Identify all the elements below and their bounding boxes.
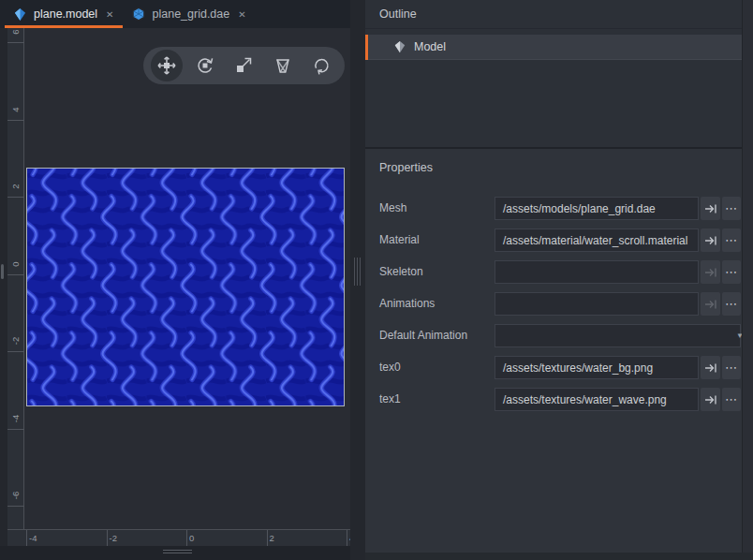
ruler-label: -4 [29, 533, 37, 543]
frustum-tool-button[interactable] [267, 50, 299, 81]
viewport-bottom-strip [0, 546, 350, 560]
ruler-tick [7, 274, 24, 275]
outline-title: Outline [379, 7, 417, 21]
ellipsis-icon: ⋯ [725, 265, 738, 279]
ruler-tick [107, 530, 108, 547]
property-input[interactable] [495, 292, 699, 316]
outline-header-divider [365, 28, 753, 29]
ruler-tick [26, 530, 27, 547]
app-root: plane.model ✕ plane_grid.dae ✕ 6420-2-4-… [0, 0, 753, 560]
property-input[interactable]: /assets/textures/water_bg.png [495, 356, 699, 379]
ellipsis-icon: ⋯ [725, 361, 738, 375]
property-input[interactable]: /assets/material/water_scroll.material [495, 228, 699, 252]
outline-item-label: Model [414, 40, 446, 53]
outline-item-model[interactable]: Model [365, 35, 753, 60]
model-file-icon [13, 7, 27, 22]
default-animation-dropdown[interactable] [495, 324, 741, 347]
ellipsis-icon: ⋯ [725, 392, 738, 406]
ruler-label: -2 [11, 332, 21, 349]
property-input[interactable]: /assets/models/plane_grid.dae [495, 197, 699, 220]
property-row: Default Animation ▼ [365, 324, 753, 347]
property-row: Skeleton ⋯ [365, 260, 753, 284]
ruler-tick [7, 351, 24, 352]
goto-asset-button[interactable] [701, 388, 720, 411]
ruler-label: 2 [11, 178, 21, 195]
scale-tool-button[interactable] [228, 50, 259, 81]
browse-asset-button[interactable]: ⋯ [722, 292, 741, 316]
move-tool-button[interactable] [151, 50, 183, 81]
rotate-icon [195, 55, 215, 76]
gizmo-toolbar [143, 47, 345, 84]
refresh-tool-button[interactable] [305, 50, 337, 81]
browse-asset-button[interactable]: ⋯ [722, 388, 741, 411]
outline-section: Outline Model [365, 0, 753, 147]
ellipsis-icon: ⋯ [725, 201, 738, 215]
property-label: tex0 [379, 356, 401, 379]
panel-bottom-strip [365, 553, 753, 560]
scale-icon [233, 55, 254, 76]
property-input[interactable] [495, 260, 699, 284]
ruler-label: -4 [11, 410, 21, 427]
goto-asset-button[interactable] [701, 260, 720, 284]
ruler-tick [7, 197, 24, 198]
property-row: Material /assets/material/water_scroll.m… [365, 228, 753, 252]
property-label: Mesh [379, 197, 406, 220]
ruler-tick [267, 530, 268, 547]
tab-label: plane.model [34, 7, 97, 21]
viewport-canvas[interactable]: 6420-2-4-6 -4-2024 [0, 28, 350, 560]
ruler-tick [347, 530, 347, 547]
panel-scrollbar-track[interactable] [742, 0, 753, 560]
property-label: Default Animation [379, 324, 467, 347]
property-label: Skeleton [379, 260, 423, 284]
tab-bar: plane.model ✕ plane_grid.dae ✕ [0, 0, 350, 28]
ruler-label: -2 [110, 533, 117, 543]
browse-asset-button[interactable]: ⋯ [722, 260, 741, 284]
rotate-tool-button[interactable] [189, 50, 221, 81]
horizontal-ruler: -4-2024 [7, 529, 350, 546]
panel-splitter[interactable] [350, 0, 365, 560]
tab-plane-grid-dae[interactable]: plane_grid.dae ✕ [123, 0, 255, 28]
browse-asset-button[interactable]: ⋯ [722, 356, 741, 379]
selection-indicator [365, 35, 368, 60]
ruler-label: 4 [11, 101, 21, 118]
property-label: Material [379, 228, 420, 252]
ruler-tick [7, 506, 24, 507]
goto-asset-button[interactable] [701, 356, 720, 379]
tab-plane-model[interactable]: plane.model ✕ [5, 0, 123, 28]
close-tab-icon[interactable]: ✕ [106, 9, 113, 20]
ellipsis-icon: ⋯ [725, 297, 738, 311]
goto-asset-button[interactable] [701, 292, 720, 316]
model-node-icon [393, 40, 406, 53]
ellipsis-icon: ⋯ [725, 233, 738, 247]
goto-asset-button[interactable] [701, 228, 720, 252]
property-value: /assets/textures/water_wave.png [495, 393, 674, 406]
browse-asset-button[interactable]: ⋯ [722, 197, 741, 220]
property-row: tex1 /assets/textures/water_wave.png ⋯ [365, 388, 753, 411]
browse-asset-button[interactable]: ⋯ [722, 228, 741, 252]
goto-asset-button[interactable] [701, 197, 720, 220]
properties-section: Properties Mesh /assets/models/plane_gri… [365, 147, 753, 560]
bottom-splitter-grip[interactable] [163, 550, 192, 553]
property-value: /assets/material/water_scroll.material [495, 234, 695, 247]
property-input[interactable]: /assets/textures/water_wave.png [495, 388, 699, 411]
splitter-grip-icon [354, 258, 362, 286]
ruler-tick [7, 429, 24, 430]
property-label: Animations [379, 292, 435, 316]
viewport-panel: plane.model ✕ plane_grid.dae ✕ 6420-2-4-… [0, 0, 350, 560]
move-icon [156, 55, 177, 76]
ruler-tick [186, 530, 187, 547]
water-plane-preview [26, 168, 345, 406]
property-value: /assets/textures/water_bg.png [495, 361, 660, 375]
close-tab-icon[interactable]: ✕ [238, 9, 245, 20]
ruler-label: 2 [270, 533, 274, 543]
ruler-tick [7, 120, 24, 121]
left-splitter-grip[interactable] [1, 264, 4, 279]
mesh-file-icon [131, 7, 146, 22]
ruler-label: 6 [11, 23, 21, 40]
frustum-icon [273, 55, 293, 76]
ruler-label: 0 [11, 256, 21, 273]
property-row: Animations ⋯ [365, 292, 753, 316]
property-row: Mesh /assets/models/plane_grid.dae ⋯ [365, 197, 753, 220]
refresh-icon [311, 55, 332, 76]
inspector-panel: Outline Model Properties Mesh /assets/mo… [365, 0, 753, 560]
